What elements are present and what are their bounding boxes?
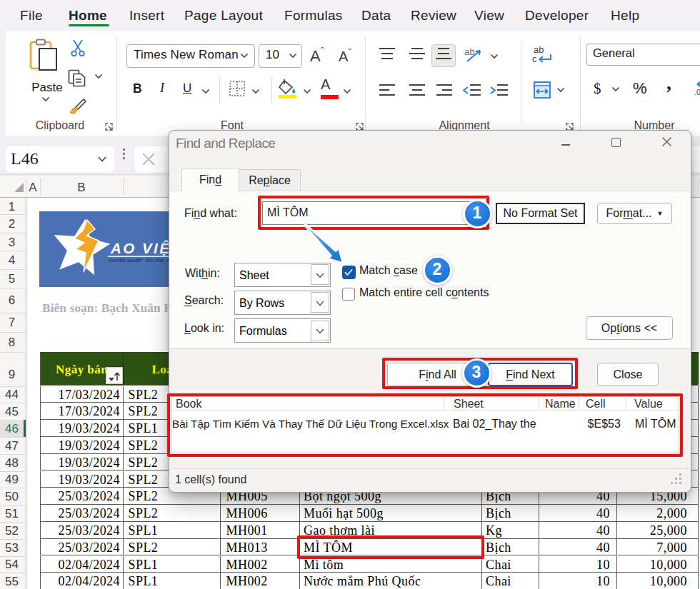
svg-text:c: c	[532, 54, 537, 64]
svg-text:.0: .0	[694, 88, 700, 96]
svg-text:ab: ab	[464, 46, 474, 57]
svg-text:CHUYÊN NGHIỆP - TẬN TÂM - HỌC: CHUYÊN NGHIỆP - TẬN TÂM - HỌC TH	[109, 257, 169, 262]
svg-text:AO VIỆ: AO VIỆ	[110, 240, 169, 256]
